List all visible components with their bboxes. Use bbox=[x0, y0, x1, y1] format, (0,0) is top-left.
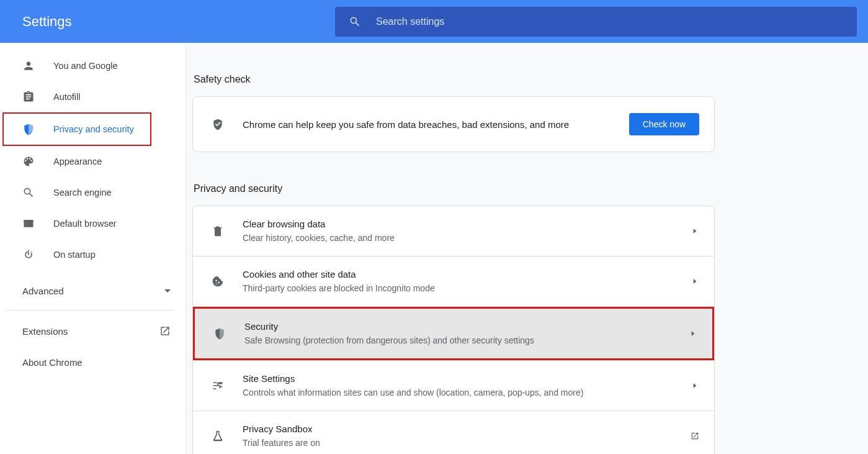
sidebar-about-chrome[interactable]: About Chrome bbox=[0, 347, 186, 378]
sidebar-item-on-startup[interactable]: On startup bbox=[0, 239, 186, 270]
app-header: Settings bbox=[0, 0, 868, 43]
shield-check-icon bbox=[212, 118, 224, 130]
palette-icon bbox=[22, 155, 35, 168]
sidebar-item-default-browser[interactable]: Default browser bbox=[0, 208, 186, 239]
sidebar-item-label: Privacy and security bbox=[53, 124, 134, 134]
row-title: Clear browsing data bbox=[243, 217, 691, 230]
row-privacy-sandbox[interactable]: Privacy Sandbox Trial features are on bbox=[193, 411, 714, 454]
privacy-card: Clear browsing data Clear history, cooki… bbox=[192, 206, 715, 454]
open-in-new-icon bbox=[159, 325, 171, 337]
sidebar-item-appearance[interactable]: Appearance bbox=[0, 146, 186, 177]
shield-icon bbox=[22, 123, 35, 135]
row-subtitle: Controls what information sites can use … bbox=[243, 386, 691, 399]
chevron-down-icon bbox=[164, 289, 171, 293]
sidebar-item-label: Autofill bbox=[53, 92, 81, 102]
safety-check-text: Chrome can help keep you safe from data … bbox=[243, 118, 629, 131]
sidebar-item-label: Default browser bbox=[53, 219, 117, 229]
sidebar-item-label: Advanced bbox=[22, 286, 64, 296]
chevron-right-icon bbox=[689, 329, 697, 338]
row-subtitle: Safe Browsing (protection from dangerous… bbox=[244, 334, 689, 347]
row-site-settings[interactable]: Site Settings Controls what information … bbox=[193, 361, 714, 411]
sidebar-item-label: Extensions bbox=[22, 326, 68, 337]
sidebar-item-autofill[interactable]: Autofill bbox=[0, 81, 186, 112]
search-bar[interactable] bbox=[335, 7, 857, 37]
safety-check-card: Chrome can help keep you safe from data … bbox=[192, 96, 715, 152]
main-content: Safety check Chrome can help keep you sa… bbox=[186, 43, 868, 454]
shield-icon bbox=[213, 327, 226, 340]
safety-check-row: Chrome can help keep you safe from data … bbox=[193, 97, 714, 152]
row-title: Cookies and other site data bbox=[243, 268, 691, 281]
clipboard-icon bbox=[22, 91, 35, 103]
row-subtitle: Trial features are on bbox=[243, 437, 691, 450]
power-icon bbox=[22, 248, 35, 261]
row-cookies[interactable]: Cookies and other site data Third-party … bbox=[193, 257, 714, 306]
sidebar-extensions[interactable]: Extensions bbox=[0, 316, 186, 347]
row-title: Privacy Sandbox bbox=[243, 422, 691, 435]
chevron-right-icon bbox=[691, 227, 699, 235]
chevron-right-icon bbox=[691, 277, 699, 286]
sidebar-item-you-and-google[interactable]: You and Google bbox=[0, 50, 186, 81]
chevron-right-icon bbox=[691, 381, 699, 390]
search-icon bbox=[349, 16, 361, 28]
row-subtitle: Third-party cookies are blocked in Incog… bbox=[243, 282, 691, 295]
row-subtitle: Clear history, cookies, cache, and more bbox=[243, 232, 691, 245]
search-input[interactable] bbox=[375, 16, 843, 28]
sidebar-item-search-engine[interactable]: Search engine bbox=[0, 177, 186, 208]
flask-icon bbox=[212, 430, 224, 442]
sidebar-item-label: Appearance bbox=[53, 157, 102, 166]
sidebar-item-label: About Chrome bbox=[22, 357, 83, 368]
row-clear-browsing-data[interactable]: Clear browsing data Clear history, cooki… bbox=[193, 206, 714, 256]
sidebar-item-label: You and Google bbox=[53, 61, 117, 71]
section-title-privacy: Privacy and security bbox=[194, 183, 715, 194]
sidebar-item-label: Search engine bbox=[53, 188, 112, 197]
sidebar: You and Google Autofill Privacy and secu… bbox=[0, 43, 186, 454]
check-now-button[interactable]: Check now bbox=[629, 113, 699, 135]
row-title: Site Settings bbox=[243, 372, 691, 385]
divider bbox=[6, 310, 174, 311]
open-in-new-icon bbox=[691, 432, 699, 440]
row-title: Security bbox=[244, 320, 689, 333]
sidebar-item-privacy-and-security[interactable]: Privacy and security bbox=[4, 114, 150, 145]
tune-icon bbox=[212, 379, 224, 392]
cookie-icon bbox=[212, 275, 224, 288]
search-icon bbox=[22, 186, 35, 199]
browser-icon bbox=[22, 217, 35, 230]
person-icon bbox=[22, 60, 35, 72]
sidebar-item-label: On startup bbox=[53, 250, 96, 260]
page-title: Settings bbox=[22, 14, 335, 30]
sidebar-advanced[interactable]: Advanced bbox=[0, 276, 186, 305]
trash-icon bbox=[212, 225, 224, 237]
section-title-safety: Safety check bbox=[194, 74, 715, 85]
row-security[interactable]: Security Safe Browsing (protection from … bbox=[193, 307, 714, 360]
svg-rect-0 bbox=[24, 220, 34, 222]
